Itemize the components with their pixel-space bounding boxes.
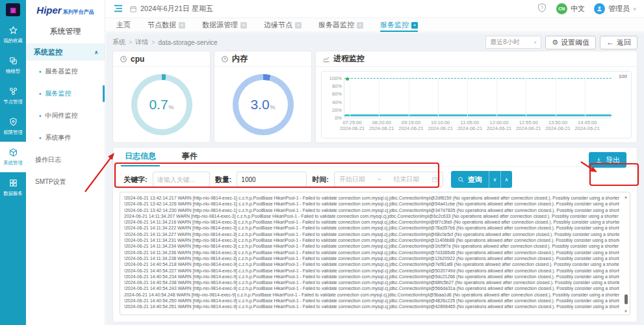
product-logo: ▣ [0, 0, 26, 20]
log-output[interactable]: !2024-06-21 13:42:14.217 WARN [http-nio-… [120, 192, 630, 315]
gridline [350, 78, 350, 118]
calendar-icon [431, 176, 438, 183]
scroll-down-icon[interactable]: ▼ [623, 309, 629, 313]
breadcrumb-separator: > [129, 39, 132, 46]
close-icon[interactable]: × [411, 22, 418, 29]
export-button[interactable]: 导出 [589, 152, 626, 168]
app-window: ▣ 我的收藏 物模型 节点管理 权限管理 系统管理 数据服务 Hiper [0, 0, 644, 325]
sidebar-group-system-monitor[interactable]: 系统监控 ∧ [26, 44, 105, 60]
x-axis-tick: 13:50:002024-06-21 [545, 120, 570, 132]
log-line: !2024-06-21 14:40:54.250 WARN [http-nio-… [124, 298, 619, 304]
clock-icon [221, 55, 229, 63]
sidebar-item-middleware-monitor[interactable]: • 中间件监控 [26, 105, 105, 127]
gridline [556, 78, 556, 118]
rail-item-models[interactable]: 物模型 [0, 50, 26, 81]
rail-item-data-services[interactable]: 数据服务 [0, 172, 26, 203]
scrollbar-thumb[interactable] [625, 294, 628, 304]
gridline [379, 78, 380, 118]
count-input[interactable] [237, 172, 307, 187]
x-axis-tick: 12:00:002024-06-21 [487, 120, 511, 132]
log-scrollbar[interactable]: ▲ ▼ [623, 194, 629, 313]
sidebar-item-server-monitor[interactable]: • 服务器监控 [26, 60, 105, 83]
log-line: !2024-06-21 13:42:14.226 WARN [http-nio-… [124, 201, 619, 207]
breadcrumb-item[interactable]: 系统 [112, 38, 125, 47]
process-monitor-card: 进程监控 100%80%60%40%20%0%07:25:002024-06-2… [315, 51, 638, 143]
search-expand-button[interactable]: ∨ [489, 171, 500, 188]
end-date-placeholder: 结束日期 [393, 175, 419, 184]
set-threshold-button[interactable]: ⚙ 设置阈值 [545, 36, 596, 49]
memory-card-title: 内存 [232, 53, 248, 64]
tab-edge-nodes[interactable]: 边缘节点 × [264, 18, 302, 32]
bullet-icon: • [39, 112, 42, 120]
process-card-title: 进程监控 [333, 53, 365, 64]
current-date: 2024年6月21日 星期五 [129, 4, 213, 14]
bullet-icon: • [39, 68, 42, 75]
keyword-input[interactable] [153, 172, 210, 187]
bullet-icon: • [39, 135, 42, 142]
close-icon[interactable]: × [240, 22, 247, 29]
rail-item-label: 权限管理 [3, 129, 22, 135]
scroll-up-icon[interactable]: ▲ [623, 195, 629, 199]
user-menu[interactable]: 管理员 ∨ [594, 3, 636, 14]
date-range-picker[interactable]: 开始日期 ~ 结束日期 [334, 172, 443, 187]
log-line: !2024-06-21 14:40:54.251 WARN [http-nio-… [124, 304, 619, 309]
tab-home[interactable]: 主页 × [116, 18, 131, 32]
y-axis-tick: 40% [322, 99, 342, 105]
tab-datasource-mgmt[interactable]: 数据源管理 × [202, 18, 247, 32]
cube-icon [8, 148, 18, 157]
sidebar-item-system-events[interactable]: • 系统事件 [26, 127, 105, 149]
main-area: 2024年6月21日 星期五 ? CN 中文 管理员 ∨ [106, 0, 644, 325]
log-line: !2024-06-21 14:11:34.227 WARN [http-nio-… [124, 231, 619, 237]
filter-collapse-button[interactable]: ∧ [500, 171, 512, 188]
layers-icon [8, 56, 18, 66]
x-axis-tick: 14:45:002024-06-21 [575, 120, 600, 132]
tab-log-info[interactable]: 日志信息 [125, 151, 156, 166]
collapse-menu-icon[interactable] [114, 3, 123, 15]
x-axis-tick: 12:55:002024-06-21 [516, 120, 541, 132]
tab-service-monitor[interactable]: 服务监控 × [380, 18, 418, 32]
language-switcher[interactable]: CN 中文 [556, 3, 585, 14]
help-icon[interactable]: ? [537, 3, 547, 16]
sidebar-item-label: 系统事件 [45, 133, 71, 142]
sidebar-item-smtp-settings[interactable]: SMTP设置 [26, 171, 105, 193]
x-axis-tick: 11:05:002024-06-21 [457, 120, 482, 132]
caret-up-icon: ∧ [94, 49, 98, 55]
range-separator: ~ [378, 176, 381, 183]
rail-item-nodes[interactable]: 节点管理 [0, 81, 26, 111]
cpu-card-title: cpu [131, 55, 144, 64]
start-date-placeholder: 开始日期 [339, 175, 365, 184]
rail-item-system[interactable]: 系统管理 [0, 142, 26, 172]
sidebar-item-operation-log[interactable]: 操作日志 [26, 149, 105, 171]
sidebar-item-label: 中间件监控 [45, 111, 78, 120]
sidebar-group-label: 系统监控 [34, 47, 62, 57]
rail-item-favorites[interactable]: 我的收藏 [0, 20, 26, 50]
avatar [594, 3, 605, 14]
search-button[interactable]: 查询 [451, 171, 489, 188]
rail-item-permissions[interactable]: 权限管理 [0, 111, 26, 142]
cpu-value: 0.7 [149, 97, 168, 112]
y-axis-tick: 20% [322, 107, 342, 112]
close-icon[interactable]: × [357, 22, 363, 29]
tab-server-monitor[interactable]: 服务器监控 × [318, 18, 363, 32]
sidebar-item-service-monitor[interactable]: • 服务监控 [26, 83, 105, 105]
breadcrumb-separator: > [151, 39, 155, 46]
clock-icon [120, 55, 127, 63]
close-icon[interactable]: × [295, 22, 302, 29]
close-icon[interactable]: × [179, 22, 185, 29]
y-axis-tick: 60% [322, 91, 342, 97]
gridline [526, 78, 526, 118]
series-line [344, 114, 612, 116]
log-filter-row: 关键字: 数量: 时间: 开始日期 ~ 结束日期 查询 [113, 167, 637, 192]
tab-label: 服务器监控 [318, 20, 354, 30]
tab-events[interactable]: 事件 [182, 151, 198, 166]
breadcrumb-item[interactable]: 详情 [135, 38, 148, 47]
back-button[interactable]: ← 返回 [600, 36, 638, 49]
tab-node-data[interactable]: 节点数据 × [148, 18, 185, 32]
keyword-label: 关键字: [123, 175, 148, 185]
memory-unit: % [270, 104, 276, 110]
tab-label: 服务监控 [380, 20, 409, 30]
language-label: 中文 [571, 4, 585, 14]
time-range-select[interactable]: 最近8小时 ∨ [485, 36, 541, 49]
star-icon [8, 25, 18, 35]
search-button-group: 查询 ∨ ∧ [451, 171, 512, 188]
